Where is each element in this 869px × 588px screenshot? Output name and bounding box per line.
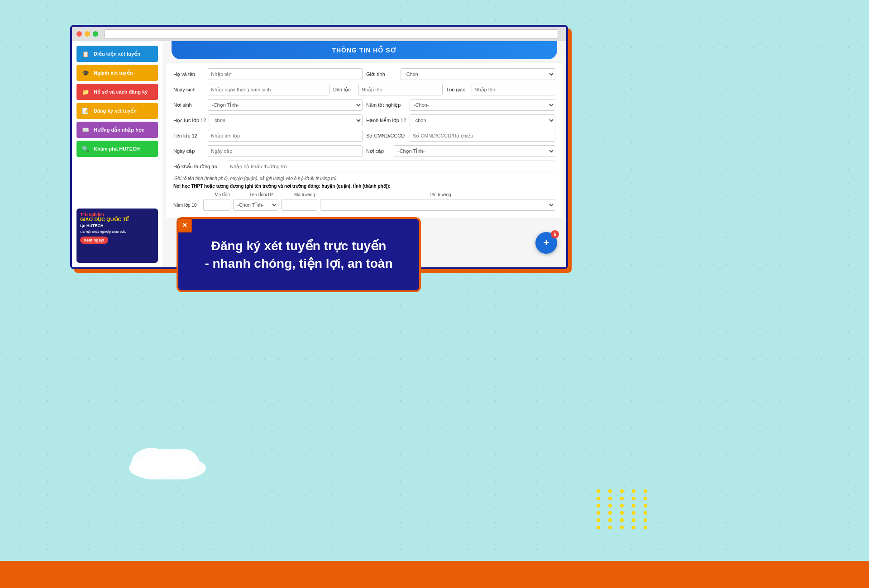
promo-text-line1: Đăng ký xét tuyển trực tuyến — [196, 237, 401, 255]
form-row-name-gender: Họ và tên Giới tính -Chon- Nam Nữ — [173, 68, 555, 80]
label-hoc-luc: Học lực lớp 12 — [173, 118, 206, 123]
promo-text-line2: - nhanh chóng, tiện lợi, an toàn — [196, 255, 401, 272]
label-gioi-tinh: Giới tính — [366, 71, 398, 77]
select-gioi-tinh[interactable]: -Chon- Nam Nữ — [401, 68, 555, 80]
close-dot[interactable] — [76, 31, 82, 37]
col-header-tentinhtp: Tên tỉnh/TP — [239, 192, 284, 197]
form-note1: Ghi rõ tên tỉnh (thành phố), huyện (quận… — [173, 176, 555, 181]
select-ten-truong-lop10[interactable] — [320, 199, 555, 211]
label-hanh-kiem: Hạnh kiểm lớp 12 — [366, 118, 407, 123]
input-ngay-cap[interactable] — [208, 145, 363, 157]
label-nam-tot-nghiep: Năm tốt nghiệp — [366, 102, 407, 108]
clipboard-icon: 📋 — [81, 49, 90, 58]
select-noi-cap[interactable]: -Chọn Tỉnh- — [394, 145, 555, 157]
browser-chrome — [72, 27, 566, 41]
col-header-matinh: Mã tỉnh — [209, 192, 236, 197]
address-bar[interactable] — [105, 29, 558, 38]
form-half-ngaysinh: Ngày sinh — [173, 84, 329, 95]
input-ton-giao[interactable] — [472, 84, 556, 95]
minimize-dot[interactable] — [85, 31, 90, 37]
sidebar-label-huongdan: Hướng dẫn nhập học — [94, 127, 144, 133]
col-header-tentruong: Tên trường — [325, 192, 554, 197]
promo-close-button[interactable]: ✕ — [177, 218, 192, 232]
form-row-hokhai: Hộ khẩu thường trú — [173, 161, 555, 172]
select-hoc-luc[interactable]: -chon- — [209, 114, 363, 126]
input-ho-va-ten[interactable] — [208, 68, 363, 80]
promo-card: ✕ Đăng ký xét tuyển trực tuyến - nhanh c… — [177, 217, 421, 292]
cloud-decoration — [122, 443, 213, 479]
form-half-namtn: Năm tốt nghiệp -Chon- — [366, 99, 555, 111]
input-ma-tinh-lop10[interactable] — [203, 199, 230, 211]
plus-icon: + — [544, 237, 549, 249]
sidebar-label-nganh: Ngành xét tuyển — [94, 70, 133, 76]
input-ngay-sinh[interactable] — [208, 84, 329, 95]
select-noi-sinh[interactable]: -Chọn Tỉnh- — [208, 99, 363, 111]
select-hanh-kiem[interactable]: -chon- — [410, 114, 555, 126]
sidebar-item-hoso[interactable]: 📁 Hồ sơ và cách đăng ký — [76, 84, 158, 100]
form-header: THÔNG TIN HỒ SƠ — [172, 41, 557, 59]
form-half-noisinh: Nơi sinh -Chọn Tỉnh- — [173, 99, 363, 111]
form-row-birth-ethnicity: Ngày sinh Dân tộc Tôn giáo — [173, 84, 555, 95]
sidebar-item-huongdan[interactable]: 📖 Hướng dẫn nhập học — [76, 122, 158, 138]
col-header-matruong: Mã trường — [286, 192, 323, 197]
graduation-icon: 🎓 — [81, 68, 90, 77]
label-ngay-sinh: Ngày sinh — [173, 87, 205, 92]
svg-point-3 — [145, 449, 190, 474]
select-ten-tinh-lop10[interactable]: -Chon Tỉnh- — [233, 199, 278, 211]
sidebar: 📋 Điều kiện xét tuyển 🎓 Ngành xét tuyển … — [72, 41, 162, 267]
label-nam-lop10: Năm lớp 10 — [173, 203, 201, 208]
close-icon: ✕ — [182, 222, 187, 229]
form-note2: Nơi học THPT hoặc tương đương (ghi tên t… — [173, 184, 555, 189]
label-ho-khau: Hộ khẩu thường trú — [173, 164, 223, 170]
label-so-cmnd: Số CMND/CCCD — [366, 133, 407, 139]
input-so-cmnd[interactable] — [410, 130, 555, 142]
fab-badge: 6 — [551, 230, 559, 238]
label-ton-giao: Tôn giáo — [446, 87, 469, 92]
label-ten-lop12: Tên lớp 12 — [173, 133, 205, 139]
label-ngay-cap: Ngày cấp — [173, 148, 205, 154]
sidebar-label-dangky: Đăng ký xét tuyển — [94, 108, 137, 114]
form-half-gender: Giới tính -Chon- Nam Nữ — [366, 68, 555, 80]
banner-desc: Cơ hội khởi nghiệp toàn cầu — [80, 230, 154, 234]
sidebar-label-dieu-kien: Điều kiện xét tuyển — [94, 51, 140, 57]
select-nam-tot-nghiep[interactable]: -Chon- — [410, 99, 555, 111]
form-row-noisinh-namtn: Nơi sinh -Chọn Tỉnh- Năm tốt nghiệp -Cho… — [173, 99, 555, 111]
search-icon: 🔍 — [81, 144, 90, 153]
form-half-hanhkiem: Hạnh kiểm lớp 12 -chon- — [366, 114, 555, 126]
sidebar-item-khampha[interactable]: 🔍 Khám phá HUTECH — [76, 141, 158, 157]
input-ho-khau[interactable] — [227, 161, 555, 172]
dots-decoration — [597, 489, 652, 529]
label-noi-cap: Nơi cấp — [366, 148, 391, 154]
form-row-hocluc-hanhkiem: Học lực lớp 12 -chon- Hạnh kiểm lớp 12 -… — [173, 114, 555, 126]
form-half-hocluc: Học lực lớp 12 -chon- — [173, 114, 363, 126]
input-dan-toc[interactable] — [358, 84, 443, 95]
form-row-ngaycap-noicap: Ngày cấp Nơi cấp -Chọn Tỉnh- — [173, 145, 555, 157]
input-ten-lop12[interactable] — [208, 130, 363, 142]
form-body: Họ và tên Giới tính -Chon- Nam Nữ — [166, 63, 563, 218]
maximize-dot[interactable] — [93, 31, 98, 37]
sidebar-item-dieu-kien[interactable]: 📋 Điều kiện xét tuyển — [76, 46, 158, 62]
label-noi-sinh: Nơi sinh — [173, 102, 205, 108]
form-row-tenlop-cmnd: Tên lớp 12 Số CMND/CCCD — [173, 130, 555, 142]
sidebar-item-nganh[interactable]: 🎓 Ngành xét tuyển — [76, 65, 158, 81]
banner-button[interactable]: Xem ngay! — [80, 237, 108, 244]
banner-title: GIÁO DỤC QUỐC TẾ — [80, 217, 154, 223]
folder-icon: 📁 — [81, 87, 90, 96]
form-half-cmnd: Số CMND/CCCD — [366, 130, 555, 142]
sidebar-label-khampha: Khám phá HUTECH — [94, 146, 140, 152]
form-half-tenlop: Tên lớp 12 — [173, 130, 363, 142]
banner-subtitle: tại HUTECH — [80, 223, 154, 228]
fab-button[interactable]: + 6 — [535, 232, 557, 254]
sidebar-label-hoso: Hồ sơ và cách đăng ký — [94, 89, 148, 95]
sidebar-item-dangky[interactable]: 📝 Đăng ký xét tuyển — [76, 103, 158, 119]
label-dan-toc: Dân tộc — [333, 87, 356, 93]
bottom-bar — [0, 561, 869, 588]
form-half-noicap: Nơi cấp -Chọn Tỉnh- — [366, 145, 555, 157]
col-header-empty — [174, 192, 206, 197]
promo-card-inner: ✕ Đăng ký xét tuyển trực tuyến - nhanh c… — [177, 217, 421, 292]
form-half-tongiao: Tôn giáo — [446, 84, 556, 95]
form-half-ngaycap: Ngày cấp — [173, 145, 363, 157]
form-half-dantoc: Dân tộc — [333, 84, 443, 95]
school-table-header: Mã tỉnh Tên tỉnh/TP Mã trường Tên trường — [173, 192, 555, 197]
input-ma-truong-lop10[interactable] — [281, 199, 317, 211]
